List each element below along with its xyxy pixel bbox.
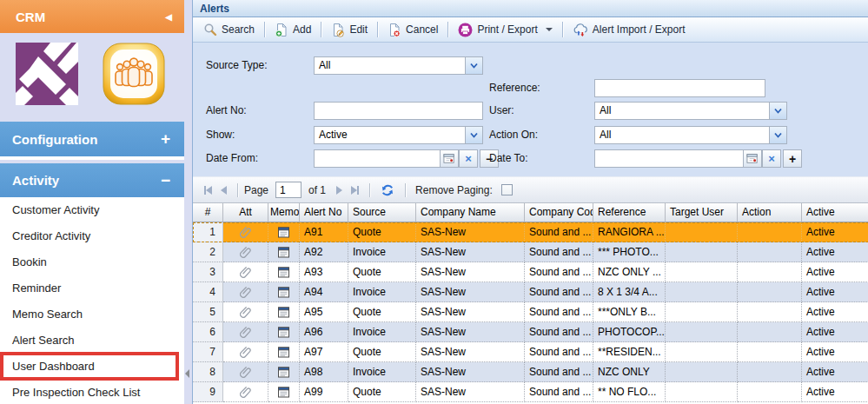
last-page-button[interactable] (351, 186, 359, 195)
crm-people-logo[interactable] (103, 43, 165, 105)
date-from-input[interactable] (314, 149, 441, 168)
sidebar-item-pre-inspection-check-list[interactable]: Pre Inspection Check List (0, 380, 184, 404)
previous-page-button[interactable] (221, 186, 227, 195)
previous-page-icon (221, 186, 227, 195)
memo-cell[interactable] (268, 282, 300, 302)
memo-cell[interactable] (268, 262, 300, 282)
column-header-company-name[interactable]: Company Name (416, 203, 525, 222)
cancel-button[interactable]: Cancel (381, 19, 445, 40)
table-row[interactable]: 3 A93 Quote SAS-New Sound and ... NZC ON… (193, 262, 868, 282)
table-row[interactable]: 9 A99 Quote SAS-New Sound and ... ** NO … (193, 382, 868, 402)
memo-cell[interactable] (268, 302, 300, 322)
action-on-select[interactable]: All (594, 126, 787, 144)
alert-no-input[interactable] (314, 102, 483, 120)
splitter-collapse-icon[interactable] (185, 369, 189, 378)
page-count-label: of 1 (308, 184, 326, 196)
dropdown-caret-icon[interactable] (546, 28, 553, 31)
paperclip-icon (240, 366, 251, 378)
next-page-button[interactable] (336, 186, 342, 195)
memo-cell[interactable] (268, 242, 300, 262)
attachment-cell[interactable] (223, 262, 268, 282)
edit-button[interactable]: Edit (324, 19, 374, 40)
company-name-cell: SAS-New (416, 242, 525, 262)
column-header-active[interactable]: Active (802, 203, 868, 222)
panel-splitter[interactable] (184, 0, 192, 404)
add-button[interactable]: Add (268, 19, 318, 40)
table-row[interactable]: 7 A97 Quote SAS-New Sound and ... **RESI… (193, 342, 868, 362)
date-from-clear-button[interactable]: × (459, 149, 478, 168)
toolbar-divider (377, 22, 378, 37)
company-name-cell: SAS-New (416, 222, 525, 242)
source-cell: Invoice (348, 322, 416, 342)
memo-cell[interactable] (268, 362, 300, 382)
table-row[interactable]: 2 A92 Invoice SAS-New Sound and ... *** … (193, 242, 868, 262)
table-row[interactable]: 6 A96 Invoice SAS-New Sound and ... PHOT… (193, 322, 868, 342)
sidebar-item-creditor-activity[interactable]: Creditor Activity (0, 223, 184, 249)
sidebar-item-memo-search[interactable]: Memo Search (0, 301, 184, 328)
date-from-calendar-button[interactable] (440, 149, 459, 168)
sidebar-item-customer-activity[interactable]: Customer Activity (0, 197, 184, 223)
sidebar-item-reminder[interactable]: Reminder (0, 275, 184, 301)
column-header-target-user[interactable]: Target User (666, 203, 738, 222)
refresh-button[interactable] (381, 183, 394, 197)
brand-logo-purple[interactable] (16, 43, 78, 105)
sidebar-collapse-icon[interactable]: ◀ (165, 12, 172, 22)
column-header-alert-no[interactable]: Alert No (300, 203, 348, 222)
sidebar-section-activity[interactable]: Activity − (0, 160, 184, 197)
search-button[interactable]: Search (196, 19, 262, 40)
alert-import-export-button[interactable]: Alert Import / Export (566, 19, 692, 40)
date-to-calendar-button[interactable] (743, 149, 762, 168)
date-to-increment-button[interactable]: + (783, 149, 802, 168)
active-status-cell: Active (802, 222, 868, 242)
memo-cell[interactable] (268, 342, 300, 362)
source-type-select[interactable]: All (314, 56, 483, 75)
attachment-cell[interactable] (223, 302, 268, 322)
date-to-input[interactable] (594, 149, 744, 168)
sidebar-section-configuration[interactable]: Configuration + (0, 122, 184, 156)
target-user-cell (666, 222, 738, 242)
column-header-memo[interactable]: Memo (268, 203, 300, 222)
attachment-cell[interactable] (223, 282, 268, 302)
page-number-input[interactable] (275, 182, 301, 198)
attachment-cell[interactable] (223, 242, 268, 262)
column-header-reference[interactable]: Reference (593, 203, 666, 222)
print-export-button[interactable]: Print / Export (451, 19, 559, 40)
table-row[interactable]: 1 A91 Quote SAS-New Sound and ... RANGIO… (193, 222, 868, 242)
expand-icon[interactable]: + (161, 129, 170, 149)
column-header-att[interactable]: Att (223, 203, 268, 222)
show-select[interactable]: Active (314, 126, 483, 144)
user-select[interactable]: All (594, 102, 787, 120)
memo-cell[interactable] (268, 322, 300, 342)
company-code-cell: Sound and ... (525, 362, 593, 382)
memo-cell[interactable] (268, 222, 300, 242)
sidebar-item-bookin[interactable]: Bookin (0, 249, 184, 275)
date-to-clear-button[interactable]: × (762, 149, 781, 168)
column-header-source[interactable]: Source (348, 203, 416, 222)
show-label: Show: (206, 129, 235, 141)
attachment-cell[interactable] (223, 362, 268, 382)
table-row[interactable]: 8 A98 Invoice SAS-New Sound and ... NZC … (193, 362, 868, 382)
attachment-cell[interactable] (223, 322, 268, 342)
table-row[interactable]: 4 A94 Invoice SAS-New Sound and ... 8 X … (193, 282, 868, 302)
remove-paging-checkbox[interactable] (501, 184, 513, 195)
first-page-button[interactable] (204, 186, 212, 195)
reference-input[interactable] (594, 79, 765, 97)
sidebar-item-user-dashboard[interactable]: User Dashboard (0, 354, 184, 380)
first-page-icon (206, 186, 212, 195)
panel-title-bar: Alerts (193, 0, 868, 17)
attachment-cell[interactable] (223, 382, 268, 402)
reference-cell: RANGIORA ... (593, 222, 666, 242)
collapse-icon[interactable]: − (161, 171, 170, 190)
active-status-cell: Active (802, 342, 868, 362)
column-header-action[interactable]: Action (738, 203, 802, 222)
company-name-cell: SAS-New (416, 382, 525, 402)
column-header-number[interactable]: # (193, 203, 223, 222)
sidebar-header: CRM ◀ (0, 0, 184, 33)
attachment-cell[interactable] (223, 222, 268, 242)
action-cell (738, 322, 802, 342)
table-row[interactable]: 5 A95 Quote SAS-New Sound and ... ***ONL… (193, 302, 868, 322)
memo-cell[interactable] (268, 382, 300, 402)
attachment-cell[interactable] (223, 342, 268, 362)
column-header-company-code[interactable]: Company Code (525, 203, 593, 222)
sidebar-item-alert-search[interactable]: Alert Search (0, 328, 184, 354)
